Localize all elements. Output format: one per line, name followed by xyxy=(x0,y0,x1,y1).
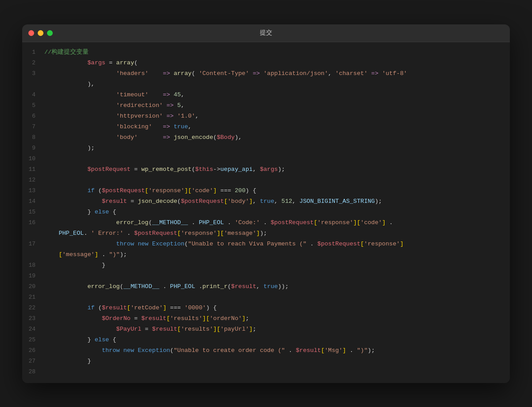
line-number: 16 xyxy=(22,218,44,227)
line-11: 11 $postRequest = wp_remote_post($this->… xyxy=(22,165,510,175)
line-content: } xyxy=(44,356,510,366)
line-number: 4 xyxy=(22,90,44,99)
line-number: 15 xyxy=(22,207,44,217)
line-21: 21 xyxy=(22,292,510,303)
line-17b: ['message'] . ")"); xyxy=(22,250,510,261)
line-content: 'body' => json_encode($Body), xyxy=(44,133,510,142)
maximize-button[interactable] xyxy=(47,30,53,36)
line-content: 'headers' => array( 'Content-Type' => 'a… xyxy=(44,69,510,79)
line-content: $PayUrl = $result['results']['payUrl']; xyxy=(44,324,510,334)
line-20: 20 error_log(__METHOD__ . PHP_EOL .print… xyxy=(22,282,510,292)
line-12: 12 xyxy=(22,175,510,186)
line-content: error_log(__METHOD__ . PHP_EOL . 'Code:'… xyxy=(44,218,510,228)
line-number: 6 xyxy=(22,111,44,121)
window-title: 提交 xyxy=(260,29,272,37)
line-content: ); xyxy=(44,143,510,153)
line-content: 'redirection' => 5, xyxy=(44,101,510,111)
line-content: } xyxy=(44,261,510,270)
line-content: throw new Exception("Unable to reach Viv… xyxy=(44,239,510,249)
line-5: 5 'redirection' => 5, xyxy=(22,101,510,111)
line-number: 11 xyxy=(22,165,44,174)
line-number: 18 xyxy=(22,261,44,270)
line-number: 9 xyxy=(22,143,44,153)
line-content: error_log(__METHOD__ . PHP_EOL .print_r(… xyxy=(44,282,510,292)
line-content: //构建提交变量 xyxy=(44,47,510,57)
line-content: 'blocking' => true, xyxy=(44,122,510,132)
line-number: 5 xyxy=(22,101,44,110)
line-number: 2 xyxy=(22,58,44,67)
line-content: $postRequest = wp_remote_post($this->uep… xyxy=(44,165,510,174)
line-number: 12 xyxy=(22,175,44,185)
line-26: 26 throw new Exception("Unable to create… xyxy=(22,346,510,356)
line-content: $result = json_decode($postRequest['body… xyxy=(44,197,510,206)
line-content: } else { xyxy=(44,207,510,217)
line-number: 25 xyxy=(22,335,44,344)
code-editor-window: 提交 1 //构建提交变量 2 $args = array( 3 'header… xyxy=(22,24,510,383)
line-4: 4 'timeout' => 45, xyxy=(22,90,510,101)
line-number: 24 xyxy=(22,324,44,334)
line-content: ['message'] . ")"); xyxy=(44,250,510,260)
line-number: 27 xyxy=(22,356,44,366)
line-number: 21 xyxy=(22,292,44,302)
line-2: 2 $args = array( xyxy=(22,58,510,69)
line-number: 1 xyxy=(22,47,44,57)
line-number: 28 xyxy=(22,367,44,376)
line-16b: PHP_EOL. ' Error:' . $postRequest['respo… xyxy=(22,229,510,239)
line-9: 9 ); xyxy=(22,143,510,154)
line-number: 17 xyxy=(22,239,44,249)
line-22: 22 if ($result['retCode'] === '0000') { xyxy=(22,303,510,314)
line-7: 7 'blocking' => true, xyxy=(22,122,510,133)
line-number: 23 xyxy=(22,314,44,323)
minimize-button[interactable] xyxy=(38,30,43,36)
line-3: 3 'headers' => array( 'Content-Type' => … xyxy=(22,69,510,79)
line-number: 20 xyxy=(22,282,44,291)
line-15: 15 } else { xyxy=(22,207,510,218)
line-number: 13 xyxy=(22,186,44,195)
line-3b: ), xyxy=(22,79,510,90)
line-17: 17 throw new Exception("Unable to reach … xyxy=(22,239,510,250)
line-content: 'timeout' => 45, xyxy=(44,90,510,100)
line-content: PHP_EOL. ' Error:' . $postRequest['respo… xyxy=(44,229,510,238)
line-28: 28 xyxy=(22,367,510,378)
line-number: 10 xyxy=(22,154,44,163)
line-number: 26 xyxy=(22,346,44,355)
line-content: 'httpversion' => '1.0', xyxy=(44,111,510,121)
line-27: 27 } xyxy=(22,356,510,367)
line-1: 1 //构建提交变量 xyxy=(22,47,510,58)
line-number: 3 xyxy=(22,69,44,78)
line-number: 7 xyxy=(22,122,44,131)
line-content: throw new Exception("Unable to create or… xyxy=(44,346,510,356)
line-content: } else { xyxy=(44,335,510,345)
traffic-lights xyxy=(28,30,53,36)
line-8: 8 'body' => json_encode($Body), xyxy=(22,133,510,143)
line-6: 6 'httpversion' => '1.0', xyxy=(22,111,510,122)
line-16: 16 error_log(__METHOD__ . PHP_EOL . 'Cod… xyxy=(22,218,510,229)
line-25: 25 } else { xyxy=(22,335,510,346)
code-area: 1 //构建提交变量 2 $args = array( 3 'headers' … xyxy=(22,42,510,383)
line-content: if ($postRequest['response']['code'] ===… xyxy=(44,186,510,196)
line-18: 18 } xyxy=(22,261,510,271)
line-content: $OrderNo = $result['results']['orderNo']… xyxy=(44,314,510,324)
line-content: ), xyxy=(44,79,510,89)
line-14: 14 $result = json_decode($postRequest['b… xyxy=(22,197,510,207)
line-number: 19 xyxy=(22,271,44,281)
line-24: 24 $PayUrl = $result['results']['payUrl'… xyxy=(22,324,510,335)
line-content: $args = array( xyxy=(44,58,510,68)
close-button[interactable] xyxy=(28,30,34,36)
line-19: 19 xyxy=(22,271,510,282)
line-13: 13 if ($postRequest['response']['code'] … xyxy=(22,186,510,197)
titlebar: 提交 xyxy=(22,24,510,42)
line-number: 8 xyxy=(22,133,44,142)
line-10: 10 xyxy=(22,154,510,165)
line-number: 22 xyxy=(22,303,44,312)
line-23: 23 $OrderNo = $result['results']['orderN… xyxy=(22,314,510,324)
line-content: if ($result['retCode'] === '0000') { xyxy=(44,303,510,313)
line-number: 14 xyxy=(22,197,44,206)
